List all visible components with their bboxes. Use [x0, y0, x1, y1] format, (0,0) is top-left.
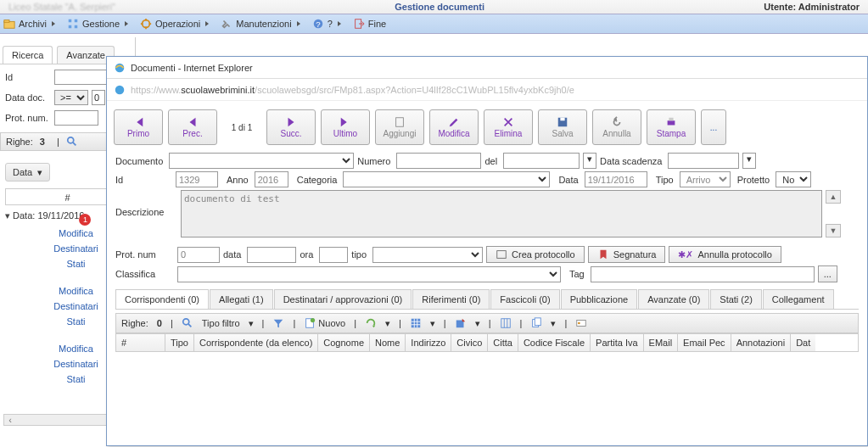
col-cf[interactable]: Codice Fiscale: [518, 334, 591, 351]
columns-icon[interactable]: [500, 317, 512, 329]
svg-point-19: [183, 319, 189, 325]
grid-search-icon[interactable]: [182, 317, 193, 329]
svg-point-6: [143, 20, 150, 28]
filter-icon[interactable]: [272, 317, 284, 329]
svg-rect-1: [4, 20, 9, 23]
copy-icon[interactable]: [530, 317, 542, 329]
col-email[interactable]: EMail: [644, 334, 679, 351]
search-icon[interactable]: [66, 136, 78, 148]
tab-pubblicazione[interactable]: Pubblicazione: [561, 289, 638, 309]
scad-picker[interactable]: ▾: [742, 153, 756, 169]
id-input[interactable]: [54, 70, 114, 85]
grid-icon[interactable]: [410, 317, 422, 329]
anno-value: [255, 171, 288, 187]
card-icon[interactable]: [575, 317, 587, 329]
col-corrispondente[interactable]: Corrispondente (da elenco): [194, 334, 318, 351]
col-tipo[interactable]: Tipo: [165, 334, 194, 351]
righe-label: Righe:: [6, 137, 33, 147]
nuovo-button[interactable]: Nuovo: [304, 317, 345, 329]
crea-protocollo-button[interactable]: Crea protocollo: [486, 246, 585, 263]
data-button[interactable]: Data▾: [5, 163, 50, 182]
descrizione-label: Descrizione: [115, 207, 175, 217]
tag-browse-button[interactable]: ...: [818, 265, 837, 282]
succ-button[interactable]: Succ.: [266, 109, 316, 145]
export-icon[interactable]: [455, 317, 467, 329]
col-dat[interactable]: Dat: [791, 334, 815, 351]
detail-tabs: Corrispondenti (0) Allegati (1) Destinat…: [115, 289, 859, 310]
col-piva[interactable]: Partita Iva: [591, 334, 644, 351]
tipo-select[interactable]: Arrivo: [680, 171, 731, 187]
tab-riferimenti[interactable]: Riferimenti (0): [412, 289, 490, 309]
prot-input[interactable]: [54, 110, 98, 126]
del-picker[interactable]: ▾: [583, 153, 596, 169]
datadoc-val[interactable]: [92, 90, 105, 105]
grid-toolbar: Righe:0 | Tipo filtro▾| | Nuovo| ▾| ▾| ▾…: [115, 313, 859, 333]
tab-collegamenti[interactable]: Collegament: [763, 289, 834, 309]
tab-avanzate2[interactable]: Avanzate (0): [638, 289, 709, 309]
descrizione-textarea[interactable]: documento di test: [181, 190, 822, 237]
col-hash[interactable]: #: [116, 334, 165, 351]
tab-ricerca[interactable]: Ricerca: [3, 46, 53, 64]
categoria-select[interactable]: [343, 171, 550, 187]
id-label: Id: [5, 72, 51, 82]
id-value: [176, 171, 218, 187]
svg-rect-22: [412, 319, 421, 328]
col-pec[interactable]: Email Pec: [678, 334, 731, 351]
tag-input[interactable]: [591, 266, 815, 282]
id-label2: Id: [115, 175, 170, 185]
modifica-button[interactable]: Modifica: [429, 109, 479, 145]
protetto-select[interactable]: No: [776, 171, 811, 187]
aggiungi-button[interactable]: Aggiungi: [375, 109, 424, 145]
svg-rect-4: [69, 25, 72, 29]
menu-fine[interactable]: Fine: [353, 18, 386, 30]
refresh-icon[interactable]: [365, 317, 377, 329]
col-annotazioni[interactable]: Annotazioni: [731, 334, 792, 351]
scadenza-input[interactable]: [668, 153, 739, 169]
svg-rect-24: [501, 319, 510, 328]
del-input[interactable]: [503, 153, 580, 169]
segnatura-button[interactable]: Segnatura: [588, 246, 666, 263]
svg-rect-5: [75, 25, 78, 29]
menu-gestione[interactable]: Gestione: [67, 18, 128, 30]
svg-rect-13: [396, 118, 404, 127]
app-title: Gestione documenti: [395, 0, 484, 14]
menu-manutenzioni[interactable]: Manutenzioni: [221, 18, 300, 30]
menu-archivi[interactable]: Archivi: [3, 18, 55, 30]
primo-button[interactable]: Primo: [114, 109, 163, 145]
col-citta[interactable]: Citta: [488, 334, 518, 351]
col-civico[interactable]: Civico: [451, 334, 488, 351]
col-indirizzo[interactable]: Indirizzo: [406, 334, 451, 351]
menu-operazioni[interactable]: Operazioni: [140, 18, 209, 30]
tipofiltro-label[interactable]: Tipo filtro: [202, 318, 240, 328]
grid-header: # Tipo Corrispondente (da elenco) Cognom…: [115, 333, 859, 352]
menu-help[interactable]: ??: [312, 18, 341, 30]
datadoc-op[interactable]: >=: [54, 90, 88, 105]
ultimo-button[interactable]: Ultimo: [321, 109, 370, 145]
annulla-button[interactable]: Annulla: [592, 109, 641, 145]
documento-select[interactable]: [169, 153, 354, 169]
more-button[interactable]: ...: [701, 109, 726, 145]
grid-righe-val: 0: [157, 318, 162, 328]
toolbar: Primo Prec. 1 di 1 Succ. Ultimo Aggiungi…: [107, 101, 867, 150]
numero-input: [396, 153, 481, 169]
pora-input: [319, 247, 348, 263]
tab-destinatari[interactable]: Destinatari / approvazioni (0): [274, 289, 412, 309]
prec-button[interactable]: Prec.: [168, 109, 217, 145]
col-cognome[interactable]: Cognome: [318, 334, 370, 351]
textarea-scroll[interactable]: ▲▼: [826, 190, 841, 237]
scadenza-label: Data scadenza: [600, 156, 662, 166]
col-nome[interactable]: Nome: [370, 334, 406, 351]
svg-point-28: [578, 322, 580, 325]
annulla-protocollo-button[interactable]: ✱✗Annulla protocollo: [669, 246, 781, 263]
tab-allegati[interactable]: Allegati (1): [210, 289, 273, 309]
classifica-select[interactable]: [177, 266, 561, 282]
salva-button[interactable]: Salva: [538, 109, 587, 145]
tab-corrispondenti[interactable]: Corrispondenti (0): [115, 289, 209, 309]
pdata-label: data: [223, 249, 241, 260]
address-bar[interactable]: https://www.scuolawebrimini.it/scuolaweb…: [131, 85, 574, 95]
tab-fascicoli[interactable]: Fascicoli (0): [490, 289, 559, 309]
ptipo-select[interactable]: [372, 247, 483, 263]
tab-stati[interactable]: Stati (2): [710, 289, 762, 309]
stampa-button[interactable]: Stampa: [647, 109, 696, 145]
elimina-button[interactable]: Elimina: [484, 109, 533, 145]
